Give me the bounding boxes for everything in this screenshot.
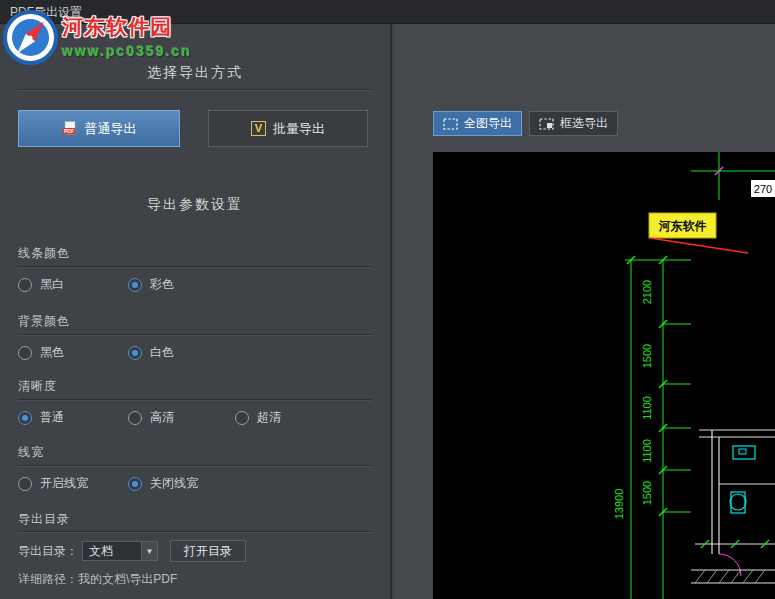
export-params-heading: 导出参数设置	[0, 196, 390, 214]
divider	[18, 266, 372, 267]
dim-text: 1500	[641, 344, 653, 368]
radio-label: 黑白	[40, 276, 64, 293]
total-dim-text: 13900	[613, 489, 625, 520]
radio-icon	[128, 477, 142, 491]
box-export-label: 框选导出	[560, 115, 608, 132]
radio-label: 白色	[150, 344, 174, 361]
radio-icon	[128, 278, 142, 292]
export-method-heading: 选择导出方式	[0, 64, 390, 82]
open-directory-button[interactable]: 打开目录	[170, 540, 246, 562]
export-dir-row: 导出目录： 文档 ▼ 打开目录	[18, 540, 246, 562]
full-image-export-button[interactable]: 全图导出	[433, 111, 522, 136]
watermark-site-url: www.pc0359.cn	[62, 43, 192, 59]
bg-color-label: 背景颜色	[18, 313, 70, 330]
radio-option-black[interactable]: 黑色	[18, 344, 64, 361]
dim-text: 2100	[641, 280, 653, 304]
divider	[18, 531, 372, 532]
radio-icon	[235, 411, 249, 425]
divider	[18, 399, 372, 400]
radio-icon	[128, 411, 142, 425]
radio-label: 彩色	[150, 276, 174, 293]
radio-label: 开启线宽	[40, 475, 88, 492]
clarity-label: 清晰度	[18, 378, 57, 395]
bg-color-options: 黑色 白色	[0, 344, 390, 360]
radio-icon	[18, 346, 32, 360]
radio-label: 超清	[257, 409, 281, 426]
radio-icon	[18, 477, 32, 491]
radio-option-uhd[interactable]: 超清	[235, 409, 281, 426]
clarity-options: 普通 高清 超清	[0, 409, 390, 425]
radio-icon	[128, 346, 142, 360]
batch-v-icon: V	[251, 121, 266, 136]
normal-export-label: 普通导出	[85, 120, 137, 138]
cad-drawing: 270 河东软件 13900 210	[433, 152, 775, 599]
settings-panel: 选择导出方式 PDF 普通导出 V 批量导出 导出参数设置 线条颜色 黑白	[0, 24, 392, 599]
watermark-site-name: 河东软件园	[62, 13, 192, 41]
radio-option-hd[interactable]: 高清	[128, 409, 174, 426]
line-color-options: 黑白 彩色	[0, 276, 390, 292]
box-select-export-button[interactable]: 框选导出	[529, 111, 618, 136]
radio-option-linewidth-on[interactable]: 开启线宽	[18, 475, 88, 492]
cad-preview-canvas[interactable]: 270 河东软件 13900 210	[433, 152, 775, 599]
radio-label: 关闭线宽	[150, 475, 198, 492]
radio-icon	[18, 411, 32, 425]
detail-path-text: 详细路径：我的文档\导出PDF	[18, 571, 177, 588]
normal-export-button[interactable]: PDF 普通导出	[18, 110, 180, 147]
batch-export-button[interactable]: V 批量导出	[208, 110, 368, 147]
dim-text: 1100	[641, 439, 653, 463]
svg-text:PDF: PDF	[64, 128, 74, 134]
line-width-options: 开启线宽 关闭线宽	[0, 475, 390, 491]
export-dir-row-label: 导出目录：	[18, 543, 78, 560]
radio-option-white[interactable]: 白色	[128, 344, 174, 361]
batch-export-label: 批量导出	[273, 120, 325, 138]
radio-option-black-white[interactable]: 黑白	[18, 276, 64, 293]
radio-label: 高清	[150, 409, 174, 426]
radio-label: 普通	[40, 409, 64, 426]
watermark-text: 河东软件园 www.pc0359.cn	[62, 13, 192, 59]
radio-icon	[18, 278, 32, 292]
radio-label: 黑色	[40, 344, 64, 361]
export-dir-dropdown[interactable]: 文档 ▼	[82, 541, 158, 561]
dim-text: 1500	[641, 481, 653, 505]
line-color-label: 线条颜色	[18, 245, 70, 262]
divider	[18, 465, 372, 466]
radio-option-linewidth-off[interactable]: 关闭线宽	[128, 475, 198, 492]
box-selection-icon	[539, 118, 554, 130]
top-dim-text: 270	[754, 183, 772, 195]
brand-label-text: 河东软件	[659, 219, 707, 233]
radio-option-color[interactable]: 彩色	[128, 276, 174, 293]
dropdown-value: 文档	[83, 543, 141, 560]
line-width-label: 线宽	[18, 444, 44, 461]
divider	[18, 89, 372, 90]
full-export-label: 全图导出	[464, 115, 512, 132]
full-selection-icon	[443, 118, 458, 130]
open-directory-label: 打开目录	[184, 543, 232, 560]
dim-text: 1100	[641, 396, 653, 420]
pdf-file-icon: PDF	[62, 121, 78, 137]
divider	[18, 334, 372, 335]
export-dir-label: 导出目录	[18, 511, 70, 528]
watermark-logo: 河东软件园 www.pc0359.cn	[3, 10, 192, 65]
radio-option-normal[interactable]: 普通	[18, 409, 64, 426]
chevron-down-icon[interactable]: ▼	[141, 542, 157, 560]
pdf-export-dialog: PDF导出设置 河东软件园 www.pc0359.cn 选择导出方式 PDF	[0, 0, 775, 599]
compass-icon	[3, 10, 58, 65]
